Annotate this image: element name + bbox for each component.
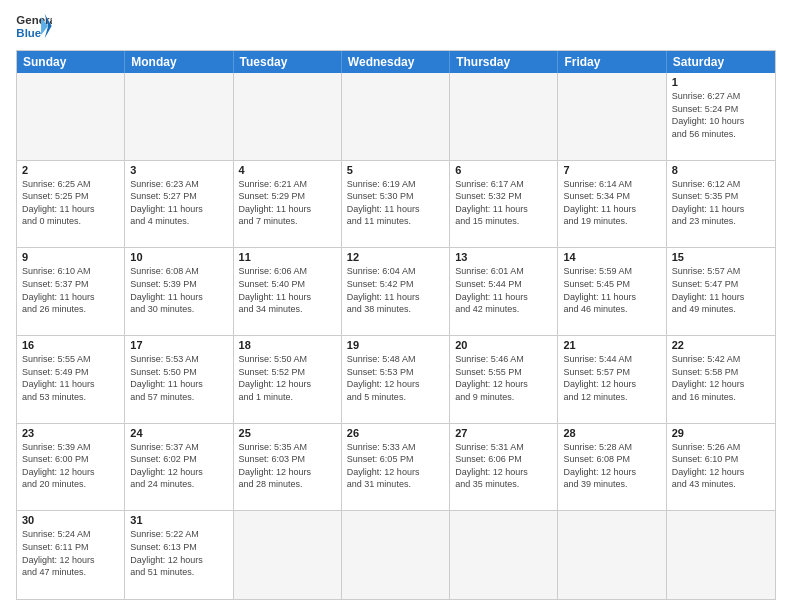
cal-cell: 26Sunrise: 5:33 AM Sunset: 6:05 PM Dayli… xyxy=(342,424,450,511)
cal-cell: 25Sunrise: 5:35 AM Sunset: 6:03 PM Dayli… xyxy=(234,424,342,511)
cal-cell xyxy=(342,511,450,599)
cal-cell: 28Sunrise: 5:28 AM Sunset: 6:08 PM Dayli… xyxy=(558,424,666,511)
cal-cell xyxy=(234,511,342,599)
day-number: 27 xyxy=(455,427,552,439)
day-number: 12 xyxy=(347,251,444,263)
day-number: 2 xyxy=(22,164,119,176)
sun-info: Sunrise: 5:33 AM Sunset: 6:05 PM Dayligh… xyxy=(347,441,444,491)
day-number: 7 xyxy=(563,164,660,176)
cal-header-day: Sunday xyxy=(17,51,125,73)
day-number: 21 xyxy=(563,339,660,351)
cal-cell: 27Sunrise: 5:31 AM Sunset: 6:06 PM Dayli… xyxy=(450,424,558,511)
cal-cell: 20Sunrise: 5:46 AM Sunset: 5:55 PM Dayli… xyxy=(450,336,558,423)
sun-info: Sunrise: 5:37 AM Sunset: 6:02 PM Dayligh… xyxy=(130,441,227,491)
cal-cell: 10Sunrise: 6:08 AM Sunset: 5:39 PM Dayli… xyxy=(125,248,233,335)
cal-cell xyxy=(450,73,558,160)
sun-info: Sunrise: 5:59 AM Sunset: 5:45 PM Dayligh… xyxy=(563,265,660,315)
cal-cell: 22Sunrise: 5:42 AM Sunset: 5:58 PM Dayli… xyxy=(667,336,775,423)
logo: General Blue xyxy=(16,12,52,42)
sun-info: Sunrise: 6:21 AM Sunset: 5:29 PM Dayligh… xyxy=(239,178,336,228)
cal-cell: 24Sunrise: 5:37 AM Sunset: 6:02 PM Dayli… xyxy=(125,424,233,511)
sun-info: Sunrise: 5:55 AM Sunset: 5:49 PM Dayligh… xyxy=(22,353,119,403)
day-number: 11 xyxy=(239,251,336,263)
day-number: 16 xyxy=(22,339,119,351)
cal-cell: 19Sunrise: 5:48 AM Sunset: 5:53 PM Dayli… xyxy=(342,336,450,423)
sun-info: Sunrise: 5:50 AM Sunset: 5:52 PM Dayligh… xyxy=(239,353,336,403)
cal-cell: 1Sunrise: 6:27 AM Sunset: 5:24 PM Daylig… xyxy=(667,73,775,160)
cal-cell: 8Sunrise: 6:12 AM Sunset: 5:35 PM Daylig… xyxy=(667,161,775,248)
cal-cell: 21Sunrise: 5:44 AM Sunset: 5:57 PM Dayli… xyxy=(558,336,666,423)
day-number: 23 xyxy=(22,427,119,439)
day-number: 9 xyxy=(22,251,119,263)
day-number: 14 xyxy=(563,251,660,263)
day-number: 29 xyxy=(672,427,770,439)
sun-info: Sunrise: 5:46 AM Sunset: 5:55 PM Dayligh… xyxy=(455,353,552,403)
cal-header-day: Saturday xyxy=(667,51,775,73)
cal-cell xyxy=(558,73,666,160)
day-number: 1 xyxy=(672,76,770,88)
sun-info: Sunrise: 5:22 AM Sunset: 6:13 PM Dayligh… xyxy=(130,528,227,578)
cal-cell xyxy=(234,73,342,160)
cal-cell: 31Sunrise: 5:22 AM Sunset: 6:13 PM Dayli… xyxy=(125,511,233,599)
header: General Blue xyxy=(16,12,776,42)
cal-cell: 2Sunrise: 6:25 AM Sunset: 5:25 PM Daylig… xyxy=(17,161,125,248)
cal-cell xyxy=(125,73,233,160)
sun-info: Sunrise: 6:23 AM Sunset: 5:27 PM Dayligh… xyxy=(130,178,227,228)
sun-info: Sunrise: 5:57 AM Sunset: 5:47 PM Dayligh… xyxy=(672,265,770,315)
day-number: 26 xyxy=(347,427,444,439)
day-number: 8 xyxy=(672,164,770,176)
page: General Blue SundayMondayTuesdayWednesda… xyxy=(0,0,792,612)
cal-cell xyxy=(17,73,125,160)
cal-cell: 18Sunrise: 5:50 AM Sunset: 5:52 PM Dayli… xyxy=(234,336,342,423)
cal-cell: 17Sunrise: 5:53 AM Sunset: 5:50 PM Dayli… xyxy=(125,336,233,423)
calendar: SundayMondayTuesdayWednesdayThursdayFrid… xyxy=(16,50,776,600)
sun-info: Sunrise: 6:10 AM Sunset: 5:37 PM Dayligh… xyxy=(22,265,119,315)
cal-header-day: Monday xyxy=(125,51,233,73)
sun-info: Sunrise: 6:25 AM Sunset: 5:25 PM Dayligh… xyxy=(22,178,119,228)
cal-week: 16Sunrise: 5:55 AM Sunset: 5:49 PM Dayli… xyxy=(17,336,775,424)
cal-header-day: Thursday xyxy=(450,51,558,73)
cal-cell xyxy=(450,511,558,599)
sun-info: Sunrise: 6:08 AM Sunset: 5:39 PM Dayligh… xyxy=(130,265,227,315)
cal-cell xyxy=(558,511,666,599)
day-number: 15 xyxy=(672,251,770,263)
sun-info: Sunrise: 5:28 AM Sunset: 6:08 PM Dayligh… xyxy=(563,441,660,491)
day-number: 5 xyxy=(347,164,444,176)
sun-info: Sunrise: 6:19 AM Sunset: 5:30 PM Dayligh… xyxy=(347,178,444,228)
sun-info: Sunrise: 5:42 AM Sunset: 5:58 PM Dayligh… xyxy=(672,353,770,403)
day-number: 24 xyxy=(130,427,227,439)
day-number: 18 xyxy=(239,339,336,351)
cal-cell: 14Sunrise: 5:59 AM Sunset: 5:45 PM Dayli… xyxy=(558,248,666,335)
sun-info: Sunrise: 5:26 AM Sunset: 6:10 PM Dayligh… xyxy=(672,441,770,491)
cal-header-day: Tuesday xyxy=(234,51,342,73)
generalblue-logo-icon: General Blue xyxy=(16,12,52,42)
cal-week: 30Sunrise: 5:24 AM Sunset: 6:11 PM Dayli… xyxy=(17,511,775,599)
cal-cell: 30Sunrise: 5:24 AM Sunset: 6:11 PM Dayli… xyxy=(17,511,125,599)
cal-cell: 23Sunrise: 5:39 AM Sunset: 6:00 PM Dayli… xyxy=(17,424,125,511)
cal-header-day: Wednesday xyxy=(342,51,450,73)
cal-week: 23Sunrise: 5:39 AM Sunset: 6:00 PM Dayli… xyxy=(17,424,775,512)
cal-header-day: Friday xyxy=(558,51,666,73)
cal-week: 9Sunrise: 6:10 AM Sunset: 5:37 PM Daylig… xyxy=(17,248,775,336)
cal-cell: 6Sunrise: 6:17 AM Sunset: 5:32 PM Daylig… xyxy=(450,161,558,248)
sun-info: Sunrise: 5:39 AM Sunset: 6:00 PM Dayligh… xyxy=(22,441,119,491)
sun-info: Sunrise: 6:04 AM Sunset: 5:42 PM Dayligh… xyxy=(347,265,444,315)
sun-info: Sunrise: 6:06 AM Sunset: 5:40 PM Dayligh… xyxy=(239,265,336,315)
svg-text:Blue: Blue xyxy=(16,27,41,39)
sun-info: Sunrise: 5:31 AM Sunset: 6:06 PM Dayligh… xyxy=(455,441,552,491)
cal-cell: 11Sunrise: 6:06 AM Sunset: 5:40 PM Dayli… xyxy=(234,248,342,335)
cal-cell: 9Sunrise: 6:10 AM Sunset: 5:37 PM Daylig… xyxy=(17,248,125,335)
day-number: 19 xyxy=(347,339,444,351)
day-number: 10 xyxy=(130,251,227,263)
cal-cell: 3Sunrise: 6:23 AM Sunset: 5:27 PM Daylig… xyxy=(125,161,233,248)
day-number: 17 xyxy=(130,339,227,351)
sun-info: Sunrise: 6:01 AM Sunset: 5:44 PM Dayligh… xyxy=(455,265,552,315)
day-number: 13 xyxy=(455,251,552,263)
cal-cell: 13Sunrise: 6:01 AM Sunset: 5:44 PM Dayli… xyxy=(450,248,558,335)
sun-info: Sunrise: 6:27 AM Sunset: 5:24 PM Dayligh… xyxy=(672,90,770,140)
sun-info: Sunrise: 6:17 AM Sunset: 5:32 PM Dayligh… xyxy=(455,178,552,228)
sun-info: Sunrise: 6:14 AM Sunset: 5:34 PM Dayligh… xyxy=(563,178,660,228)
day-number: 22 xyxy=(672,339,770,351)
sun-info: Sunrise: 5:48 AM Sunset: 5:53 PM Dayligh… xyxy=(347,353,444,403)
cal-cell: 4Sunrise: 6:21 AM Sunset: 5:29 PM Daylig… xyxy=(234,161,342,248)
